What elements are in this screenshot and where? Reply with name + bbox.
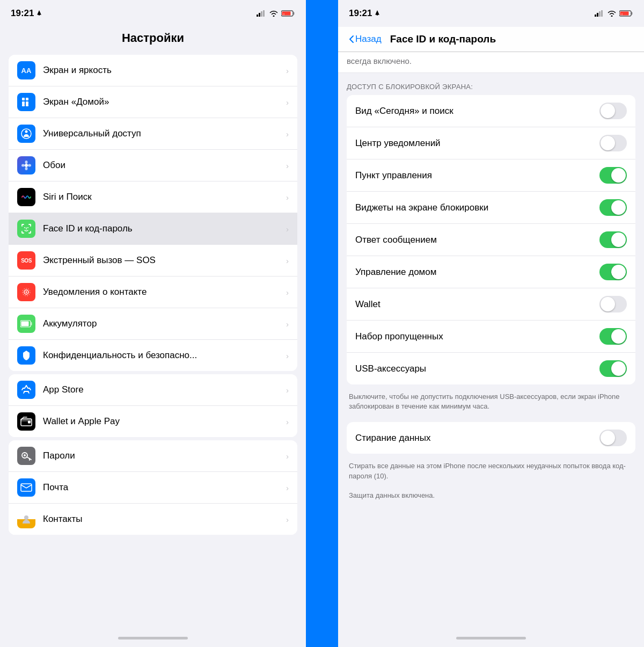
- settings-item-wallpaper[interactable]: Обои ›: [9, 150, 297, 181]
- setting-lock-widgets[interactable]: Виджеты на экране блокировки: [347, 192, 635, 224]
- svg-text:!: !: [283, 13, 284, 16]
- svg-rect-33: [28, 421, 31, 424]
- settings-item-sos[interactable]: SOS Экстренный вызов — SOS ›: [9, 245, 297, 277]
- svg-rect-3: [263, 10, 265, 17]
- svg-rect-43: [601, 10, 603, 17]
- toggle-today-view[interactable]: [599, 103, 627, 119]
- toggle-usb[interactable]: [599, 360, 627, 377]
- sos-icon: SOS: [17, 251, 35, 270]
- erase-group: Стирание данных: [347, 422, 635, 454]
- setting-missed-calls[interactable]: Набор пропущенных: [347, 321, 635, 353]
- settings-item-mail[interactable]: Почта ›: [9, 472, 297, 504]
- toggle-lock-widgets[interactable]: [599, 199, 627, 216]
- toggle-home-control[interactable]: [599, 264, 627, 280]
- mail-svg-icon: [20, 483, 32, 492]
- erase-footer-2: Защита данных включена.: [338, 486, 644, 503]
- key-icon: [17, 447, 35, 465]
- setting-notification-center[interactable]: Центр уведомлений: [347, 127, 635, 159]
- chevron-icon: ›: [286, 483, 289, 492]
- svg-point-17: [25, 161, 28, 164]
- faceid-icon: [17, 220, 35, 238]
- usb-footer: Выключите, чтобы не допустить подключени…: [338, 388, 644, 413]
- svg-rect-11: [26, 101, 28, 104]
- settings-item-siri[interactable]: Siri и Поиск ›: [9, 181, 297, 213]
- right-status-bar: 19:21 !: [338, 0, 644, 27]
- setting-today-view[interactable]: Вид «Сегодня» и поиск: [347, 95, 635, 127]
- left-nav-bar: Настройки: [0, 27, 306, 52]
- left-status-bar: 19:21 !: [0, 0, 306, 27]
- back-button[interactable]: Назад: [349, 34, 382, 45]
- settings-item-privacy[interactable]: Конфиденциальность и безопасно... ›: [9, 340, 297, 371]
- svg-rect-40: [595, 14, 596, 17]
- toggle-wallet[interactable]: [599, 296, 627, 312]
- svg-point-20: [28, 164, 31, 167]
- toggle-erase[interactable]: [599, 430, 627, 446]
- wallet-icon: [17, 412, 35, 431]
- person-circle-icon: [20, 128, 32, 140]
- siri-icon: [17, 188, 35, 206]
- contacts-svg-icon: [20, 513, 32, 525]
- settings-item-contacts[interactable]: Контакты ›: [9, 504, 297, 535]
- setting-control-center[interactable]: Пункт управления: [347, 159, 635, 192]
- left-status-time: 19:21: [11, 8, 42, 19]
- setting-home-control[interactable]: Управление домом: [347, 256, 635, 288]
- settings-group-3: Пароли › Почта ›: [9, 440, 297, 535]
- chevron-icon: ›: [286, 319, 289, 329]
- left-content[interactable]: AA Экран и яркость › Экран «: [0, 52, 306, 629]
- erase-footer-1: Стирать все данные на этом iPhone после …: [338, 457, 644, 483]
- chevron-icon: ›: [286, 129, 289, 139]
- right-home-bar: [456, 637, 526, 639]
- right-panel: 19:21 !: [338, 0, 644, 647]
- right-content[interactable]: всегда включено. ДОСТУП С БЛОКИРОВКОЙ ЭК…: [338, 52, 644, 629]
- key-svg-icon: [20, 450, 32, 462]
- svg-text:!: !: [621, 13, 623, 16]
- chevron-icon: ›: [286, 515, 289, 524]
- settings-item-contact-notify[interactable]: Уведомления о контакте ›: [9, 277, 297, 308]
- left-home-indicator: [0, 629, 306, 647]
- settings-item-accessibility[interactable]: Универсальный доступ ›: [9, 118, 297, 150]
- access-section-label: ДОСТУП С БЛОКИРОВКОЙ ЭКРАНА:: [338, 73, 644, 95]
- setting-wallet[interactable]: Wallet: [347, 288, 635, 321]
- location-icon: [36, 10, 42, 17]
- svg-point-21: [24, 227, 25, 228]
- toggle-reply-message[interactable]: [599, 231, 627, 248]
- svg-rect-45: [632, 12, 633, 15]
- chevron-icon: ›: [286, 193, 289, 202]
- setting-usb[interactable]: USB-аксессуары: [347, 353, 635, 384]
- hand-icon: [21, 350, 32, 361]
- svg-point-15: [25, 130, 28, 133]
- right-page-title: Face ID и код-пароль: [390, 33, 496, 45]
- toggle-control-center[interactable]: [599, 167, 627, 184]
- battery-full-icon: [20, 320, 32, 328]
- grid-icon: [21, 97, 32, 107]
- right-location-icon: [374, 10, 380, 17]
- signal-icon: [257, 10, 266, 17]
- chevron-icon: ›: [286, 417, 289, 426]
- settings-item-passwords[interactable]: Пароли ›: [9, 440, 297, 472]
- svg-rect-38: [21, 484, 32, 491]
- chevron-icon: ›: [286, 66, 289, 75]
- svg-rect-2: [261, 11, 262, 17]
- setting-erase-data[interactable]: Стирание данных: [347, 422, 635, 454]
- settings-item-faceid[interactable]: Face ID и код-пароль ›: [9, 213, 297, 245]
- svg-point-37: [24, 454, 26, 456]
- settings-item-display[interactable]: AA Экран и яркость ›: [9, 55, 297, 86]
- svg-rect-9: [26, 98, 28, 100]
- toggle-notification-center[interactable]: [599, 135, 627, 151]
- svg-rect-42: [599, 11, 601, 17]
- settings-item-wallet[interactable]: Wallet и Apple Pay ›: [9, 406, 297, 437]
- contact-notify-icon: [17, 283, 35, 301]
- setting-reply-message[interactable]: Ответ сообщением: [347, 224, 635, 256]
- siri-wave-icon: [20, 191, 32, 203]
- settings-item-battery[interactable]: Аккумулятор ›: [9, 308, 297, 340]
- toggle-missed-calls[interactable]: [599, 328, 627, 345]
- back-chevron-icon: [349, 35, 354, 43]
- settings-item-homescreen[interactable]: Экран «Домой» ›: [9, 86, 297, 118]
- svg-line-35: [27, 457, 31, 460]
- settings-group-1: AA Экран и яркость › Экран «: [9, 55, 297, 371]
- appstore-icon: [17, 381, 35, 399]
- svg-point-19: [21, 164, 25, 167]
- right-signal-icon: [595, 10, 604, 17]
- settings-item-appstore[interactable]: App Store ›: [9, 374, 297, 406]
- right-battery-icon: !: [619, 10, 633, 17]
